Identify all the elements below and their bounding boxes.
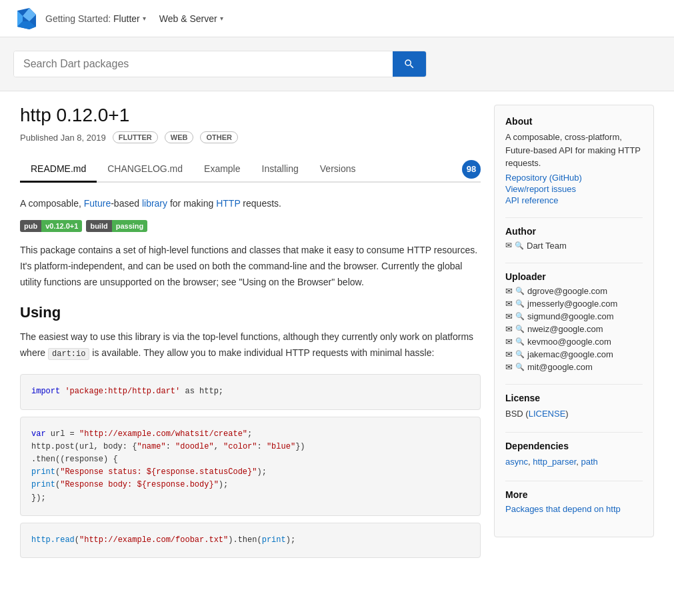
more-heading: More xyxy=(505,489,643,500)
import-string: 'package:http/http.dart' as http; xyxy=(65,387,223,396)
about-text: A composable, cross-platform, Future-bas… xyxy=(505,131,643,170)
search-icon-5: 🔍 xyxy=(515,350,525,359)
license-text: BSD (LICENSE) xyxy=(505,407,643,421)
uploader-2: ✉ 🔍 sigmund@google.com xyxy=(505,311,643,321)
url-var: url = "http://example.com/whatsit/create… xyxy=(46,429,253,439)
var-keyword: var xyxy=(31,429,46,439)
tab-readme[interactable]: README.md xyxy=(20,157,97,183)
uploader-0: ✉ 🔍 dgrove@google.com xyxy=(505,286,643,296)
sidebar-deps: Dependencies async, http_parser, path xyxy=(505,441,643,469)
divider-3 xyxy=(505,384,643,385)
mail-icon-0: ✉ xyxy=(505,286,513,296)
package-description: A composable, Future-based library for m… xyxy=(20,196,481,211)
package-content: http 0.12.0+1 Published Jan 8, 2019 FLUT… xyxy=(20,105,481,565)
web-server-chevron-icon: ▾ xyxy=(220,15,223,22)
using-heading: Using xyxy=(20,304,481,321)
mail-icon-3: ✉ xyxy=(505,324,513,334)
search-icon-1: 🔍 xyxy=(515,299,525,308)
async-dep[interactable]: async xyxy=(505,457,528,467)
print-body: print("Response body: ${response.body}")… xyxy=(31,480,228,489)
search-icon xyxy=(403,58,415,70)
divider-5 xyxy=(505,481,643,481)
tabs: README.md CHANGELOG.md Example Installin… xyxy=(20,157,481,183)
search-area xyxy=(0,37,674,91)
dart-io-code: dart:io xyxy=(48,348,89,360)
mail-icon-5: ✉ xyxy=(505,349,513,359)
divider-4 xyxy=(505,432,643,433)
flutter-tag: FLUTTER xyxy=(113,131,158,143)
mail-icon-1: ✉ xyxy=(505,299,513,309)
author-item: ✉ 🔍 Dart Team xyxy=(505,241,643,251)
divider-2 xyxy=(505,263,643,263)
header: Getting Started: Flutter ▾ Web & Server … xyxy=(0,0,674,37)
pub-badge-version: v0.12.0+1 xyxy=(41,220,82,232)
sidebar-about: About A composable, cross-platform, Futu… xyxy=(505,116,643,205)
search-icon-author: 🔍 xyxy=(515,241,524,250)
mail-icon: ✉ xyxy=(505,241,512,250)
deps-heading: Dependencies xyxy=(505,441,643,451)
search-icon-0: 🔍 xyxy=(515,287,525,295)
read-call: http.read("http://example.com/foobar.txt… xyxy=(31,535,295,545)
uploader-3: ✉ 🔍 nweiz@google.com xyxy=(505,324,643,334)
build-badge-label: build xyxy=(86,220,111,232)
tab-example[interactable]: Example xyxy=(193,157,251,183)
http-link[interactable]: HTTP xyxy=(216,198,240,209)
http-parser-dep[interactable]: http_parser xyxy=(533,457,576,467)
print-status: print("Response status: ${response.statu… xyxy=(31,467,267,477)
other-tag: OTHER xyxy=(200,131,238,143)
uploader-1: ✉ 🔍 jmesserly@google.com xyxy=(505,299,643,309)
search-icon-6: 🔍 xyxy=(515,363,525,371)
package-meta: Published Jan 8, 2019 FLUTTER WEB OTHER xyxy=(20,131,481,143)
badges: pub v0.12.0+1 build passing xyxy=(20,220,481,232)
code-block-main: var url = "http://example.com/whatsit/cr… xyxy=(20,417,481,516)
flutter-nav[interactable]: Flutter ▾ xyxy=(113,13,146,24)
code-block-read: http.read("http://example.com/foobar.txt… xyxy=(20,523,481,558)
sidebar-box: About A composable, cross-platform, Futu… xyxy=(494,105,654,537)
sidebar-more: More Packages that depend on http xyxy=(505,489,643,514)
license-heading: License xyxy=(505,393,643,403)
pub-badge-label: pub xyxy=(20,220,41,232)
sidebar-author: Author ✉ 🔍 Dart Team xyxy=(505,226,643,251)
deps-list: async, http_parser, path xyxy=(505,455,643,469)
package-title: http 0.12.0+1 xyxy=(20,105,481,126)
mail-icon-4: ✉ xyxy=(505,337,513,347)
path-dep[interactable]: path xyxy=(581,457,597,467)
import-keyword: import xyxy=(31,387,60,396)
future-link[interactable]: Future xyxy=(84,198,111,209)
search-input[interactable] xyxy=(14,51,393,77)
web-server-nav[interactable]: Web & Server ▾ xyxy=(159,13,223,24)
repo-link[interactable]: Repository (GitHub) xyxy=(505,173,643,183)
about-heading: About xyxy=(505,116,643,127)
more-link[interactable]: Packages that depend on http xyxy=(505,504,643,514)
search-icon-2: 🔍 xyxy=(515,312,525,321)
package-body: This package contains a set of high-leve… xyxy=(20,243,481,290)
tab-versions[interactable]: Versions xyxy=(309,157,367,183)
build-badge-status: passing xyxy=(112,220,148,232)
search-icon-3: 🔍 xyxy=(515,325,525,333)
author-heading: Author xyxy=(505,226,643,237)
then-open: .then((response) { xyxy=(31,455,118,464)
divider-1 xyxy=(505,217,643,218)
web-tag: WEB xyxy=(165,131,194,143)
then-close: }); xyxy=(31,493,46,503)
search-bar xyxy=(13,51,427,77)
tab-installing[interactable]: Installing xyxy=(251,157,309,183)
getting-started-label: Getting Started: xyxy=(45,13,111,24)
flutter-chevron-icon: ▾ xyxy=(143,15,146,22)
published-date: Published Jan 8, 2019 xyxy=(20,133,106,143)
issues-link[interactable]: View/report issues xyxy=(505,184,643,194)
search-icon-4: 🔍 xyxy=(515,337,525,346)
sidebar-uploader: Uploader ✉ 🔍 dgrove@google.com ✉ 🔍 jmess… xyxy=(505,271,643,372)
sidebar-license: License BSD (LICENSE) xyxy=(505,393,643,421)
api-link[interactable]: API reference xyxy=(505,195,643,205)
dart-logo xyxy=(13,7,37,31)
uploader-heading: Uploader xyxy=(505,271,643,282)
license-link[interactable]: LICENSE xyxy=(529,409,566,419)
main-content: http 0.12.0+1 Published Jan 8, 2019 FLUT… xyxy=(0,91,674,578)
pub-badge: pub v0.12.0+1 xyxy=(20,220,82,232)
sidebar: About A composable, cross-platform, Futu… xyxy=(494,105,654,565)
library-link[interactable]: library xyxy=(142,198,167,209)
search-button[interactable] xyxy=(393,51,426,77)
mail-icon-2: ✉ xyxy=(505,311,513,321)
tab-changelog[interactable]: CHANGELOG.md xyxy=(97,157,193,183)
